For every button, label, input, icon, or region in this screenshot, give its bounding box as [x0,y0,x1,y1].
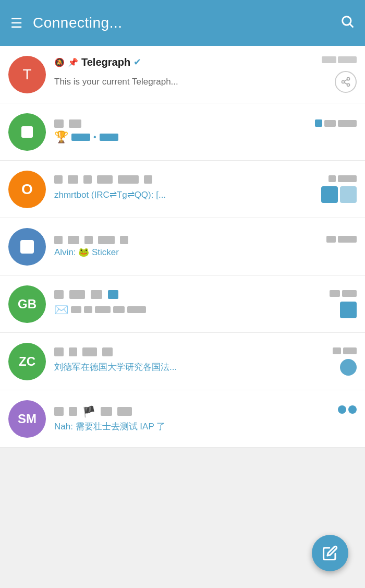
time-right [338,405,357,414]
chat-preview: Alvin: 🐸 Sticker [54,247,119,258]
top-bar: ☰ Connecting... [0,0,365,46]
avatar-orange: O [8,171,46,208]
compose-fab[interactable] [312,535,348,571]
chat-name-row [54,119,315,128]
chat-bottom-row: Alvin: 🐸 Sticker [54,247,357,258]
chat-preview: This is your current Telegraph... [54,77,178,87]
chat-top-row [54,290,357,299]
avatar-green [8,113,46,151]
chat-item-orange[interactable]: O zhmrt­bot (IRC⇌Tg⇌QQ): [ [0,161,365,218]
time-area [322,56,357,63]
chat-item-sm[interactable]: SM 🏴 Nah: 需要壮士去测试 IAP 了 [0,390,365,448]
pin-icon: 📌 [68,57,78,67]
chat-name-row [54,175,328,184]
chat-name-row [54,347,333,356]
chat-name-row: 🔕 📌 Telegraph ✔ [54,56,318,68]
chat-preview: Nah: 需要壮士去测试 IAP 了 [54,421,165,433]
chat-content-gb: ✉️ [54,290,357,318]
chat-top-row [54,236,357,244]
avatar-sm: SM [8,400,46,438]
chat-content-orange: zhmrt­bot (IRC⇌Tg⇌QQ): [..­. [54,175,357,203]
chat-content-green: 🏆 • [54,119,357,144]
top-bar-left: ☰ Connecting... [10,15,123,31]
chat-item-gb[interactable]: GB ✉️ [0,275,365,333]
svg-line-5 [344,82,347,84]
avatar-blue [8,228,46,266]
time-right [333,347,357,354]
chat-name-row: 🏴 [54,405,338,418]
time-right [315,119,357,127]
chat-content-blue: Alvin: 🐸 Sticker [54,236,357,258]
chat-right [322,56,357,63]
mute-icon: 🔕 [54,57,65,67]
chat-bottom-row: Nah: 需要壮士去测试 IAP 了 [54,421,357,433]
chat-content-telegraph: 🔕 📌 Telegraph ✔ This is your current Tel… [54,56,357,93]
chat-top-row [54,119,357,128]
time-right [330,290,357,297]
preview-redacted: 🏆 • [54,130,118,144]
time-right [328,175,357,182]
chat-content-zc: 刘德军在德国大学研究各国法... [54,347,357,376]
chat-top-row [54,175,357,184]
chat-name-row [54,236,326,244]
chat-preview: 刘德军在德国大学研究各国法... [54,361,177,373]
chat-item-telegraph[interactable]: T 🔕 📌 Telegraph ✔ [0,46,365,103]
avatar-gb: GB [8,285,46,323]
time-right [326,236,357,243]
top-bar-title: Connecting... [33,15,123,31]
chat-item-blue[interactable]: Alvin: 🐸 Sticker [0,218,365,275]
share-button[interactable] [335,71,357,93]
chat-item-zc[interactable]: ZC 刘德军在德国大学研究各国法... [0,333,365,390]
avatar-zc: ZC [8,343,46,380]
chat-item-green[interactable]: 🏆 • [0,103,365,161]
chat-top-row: 🏴 [54,405,357,418]
chat-top-row: 🔕 📌 Telegraph ✔ [54,56,357,68]
chat-bottom-row: ✉️ [54,302,357,318]
chat-name-row [54,290,330,299]
search-icon[interactable] [340,14,355,32]
chat-bottom-row: 🏆 • [54,130,357,144]
chat-bottom-row: zhmrt­bot (IRC⇌Tg⇌QQ): [..­. [54,186,357,203]
chat-bottom-row: 刘德军在德国大学研究各国法... [54,359,357,376]
svg-line-1 [350,24,352,27]
chat-content-sm: 🏴 Nah: 需要壮士去测试 IAP 了 [54,405,357,433]
chat-preview: zhmrt­bot (IRC⇌Tg⇌QQ): [..­. [54,189,166,200]
svg-line-6 [344,79,347,81]
hamburger-icon[interactable]: ☰ [10,16,22,30]
verified-badge: ✔ [133,56,141,68]
chat-list: T 🔕 📌 Telegraph ✔ [0,46,365,448]
chat-bottom-row: This is your current Telegraph... [54,71,357,93]
chat-name: Telegraph [81,56,130,68]
avatar-telegraph: T [8,56,46,93]
chat-top-row [54,347,357,356]
